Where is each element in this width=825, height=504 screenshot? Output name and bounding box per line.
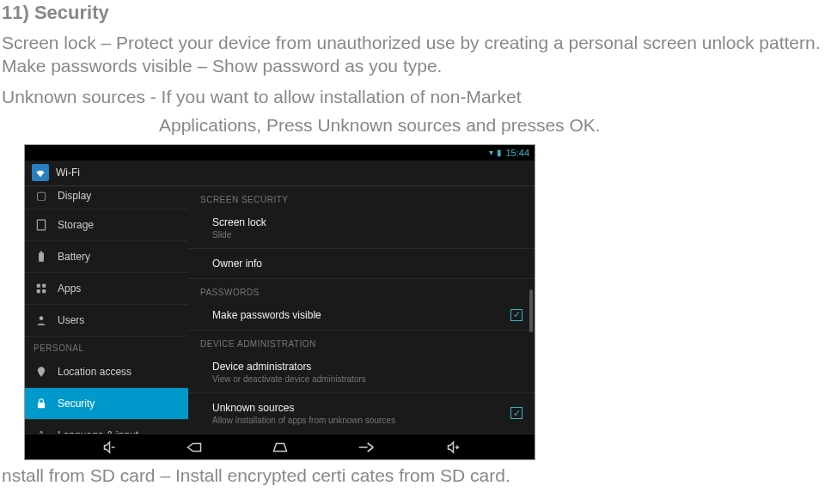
nav-volume-down-icon[interactable] [95, 440, 121, 455]
scrollbar-thumb[interactable] [529, 289, 533, 332]
display-icon: ▢ [34, 188, 49, 203]
setting-owner-info[interactable]: Owner info [188, 249, 535, 279]
svg-rect-2 [40, 251, 42, 252]
wifi-header-bar[interactable]: Wi-Fi [25, 161, 535, 186]
svg-rect-8 [38, 403, 45, 408]
svg-rect-6 [42, 289, 46, 293]
settings-sidebar: ▢ Display Storage Battery Apps [25, 186, 188, 434]
storage-icon [34, 217, 49, 233]
sidebar-item-label: Apps [58, 282, 81, 295]
svg-rect-5 [37, 289, 40, 293]
setting-title: Owner info [212, 258, 500, 270]
svg-rect-4 [42, 284, 46, 288]
sidebar-item-display[interactable]: ▢ Display [25, 186, 188, 209]
battery-icon-sidebar [34, 249, 49, 264]
setting-subtitle: Allow installation of apps from unknown … [212, 416, 500, 425]
setting-screen-lock[interactable]: Screen lock Slide [188, 208, 535, 249]
sidebar-item-storage[interactable]: Storage [25, 209, 188, 241]
setting-title: Unknown sources [212, 402, 500, 414]
nav-home-icon[interactable] [267, 441, 293, 453]
sidebar-item-users[interactable]: Users [25, 305, 188, 337]
sidebar-item-label: Battery [58, 251, 90, 263]
setting-title: Device administrators [212, 361, 500, 373]
svg-rect-1 [39, 252, 44, 262]
svg-point-7 [40, 316, 44, 320]
wifi-label: Wi-Fi [56, 167, 80, 179]
wifi-icon [32, 164, 49, 181]
wifi-signal-icon: ▾ [489, 148, 493, 157]
setting-device-administrators[interactable]: Device administrators View or deactivate… [188, 352, 535, 393]
sidebar-item-battery[interactable]: Battery [25, 241, 188, 273]
sidebar-item-location[interactable]: Location access [25, 356, 188, 388]
checkbox-checked-icon[interactable]: ✓ [510, 309, 522, 321]
sidebar-item-label: Location access [58, 366, 131, 378]
users-icon [34, 313, 49, 328]
sidebar-item-label: Security [58, 398, 95, 410]
nav-back-icon[interactable] [181, 441, 207, 453]
sidebar-item-label: Display [58, 190, 91, 202]
paragraph-bottom: nstall from SD card – Install encrypted … [2, 465, 823, 486]
status-time: 15:44 [505, 148, 529, 158]
setting-unknown-sources[interactable]: Unknown sources Allow installation of ap… [188, 393, 535, 434]
setting-subtitle: Slide [212, 230, 500, 240]
content-area: ▢ Display Storage Battery Apps [25, 186, 535, 434]
page-heading: 11) Security [2, 2, 825, 24]
language-icon: A [34, 428, 49, 434]
apps-icon [34, 281, 49, 296]
setting-subtitle: View or deactivate device administrators [212, 374, 500, 384]
svg-rect-3 [37, 284, 40, 288]
location-icon [34, 364, 49, 380]
setting-title: Screen lock [212, 216, 500, 228]
sidebar-heading-personal: PERSONAL [25, 337, 188, 356]
android-navbar [25, 434, 535, 460]
setting-title: Make passwords visible [212, 309, 500, 321]
paragraph-3: Applications, Press Unknown sources and … [159, 115, 825, 136]
nav-volume-up-icon[interactable] [439, 440, 465, 455]
section-passwords: PASSWORDS [188, 279, 535, 301]
section-screen-security: SCREEN SECURITY [188, 186, 535, 208]
paragraph-2: Unknown sources - If you want to allow i… [2, 85, 823, 108]
lock-icon [34, 396, 49, 411]
checkbox-checked-icon[interactable]: ✓ [510, 407, 522, 419]
sidebar-item-label: Language & input [58, 429, 138, 434]
android-settings-screenshot: ▾ ▮ 15:44 Wi-Fi ▢ Display Storage [24, 144, 535, 460]
sidebar-item-label: Users [58, 314, 84, 326]
settings-panel: SCREEN SECURITY Screen lock Slide Owner … [188, 186, 535, 434]
sidebar-item-apps[interactable]: Apps [25, 273, 188, 305]
sidebar-item-language[interactable]: A Language & input [25, 420, 188, 434]
status-bar: ▾ ▮ 15:44 [25, 145, 535, 161]
section-device-admin: DEVICE ADMINISTRATION [188, 331, 535, 352]
sidebar-item-label: Storage [58, 219, 94, 231]
sidebar-item-security[interactable]: Security [25, 388, 188, 420]
nav-recent-icon[interactable] [353, 441, 379, 453]
setting-make-passwords-visible[interactable]: Make passwords visible ✓ [188, 301, 535, 331]
paragraph-1: Screen lock – Protect your device from u… [2, 31, 823, 78]
svg-rect-0 [37, 220, 45, 230]
battery-icon: ▮ [497, 148, 502, 157]
